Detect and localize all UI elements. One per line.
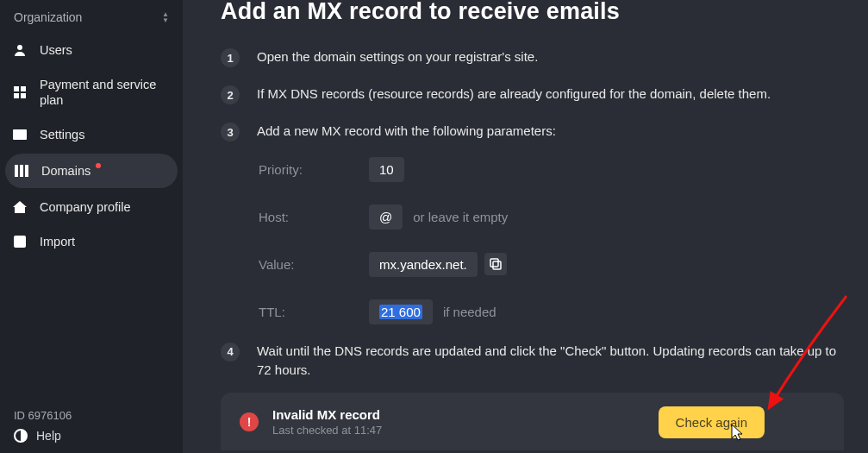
check-again-button[interactable]: Check again	[659, 406, 765, 438]
status-subtitle: Last checked at 11:47	[272, 424, 382, 437]
step-text: If MX DNS records (resource records) are…	[257, 85, 771, 104]
account-id: ID 6976106	[14, 409, 169, 422]
sidebar-item-label: Import	[40, 235, 75, 249]
param-label: Host:	[259, 210, 369, 224]
param-label: TTL:	[259, 305, 369, 319]
svg-rect-4	[21, 93, 26, 98]
sidebar-item-import[interactable]: Import	[0, 224, 183, 259]
step-text: Wait until the DNS records are updated a…	[257, 342, 843, 381]
step-text: Add a new MX record with the following p…	[257, 123, 556, 138]
step-text: Open the domain settings on your registr…	[257, 47, 538, 67]
svg-point-0	[17, 45, 22, 50]
sidebar-item-label: Users	[40, 43, 72, 57]
svg-rect-3	[14, 93, 19, 98]
step-2: 2 If MX DNS records (resource records) a…	[221, 85, 844, 104]
svg-rect-7	[20, 165, 23, 177]
status-texts: Invalid MX record Last checked at 11:47	[272, 407, 382, 437]
sidebar-item-company[interactable]: Company profile	[0, 190, 183, 224]
sidebar: Organization ▲▼ Users Payment and servic…	[0, 0, 183, 453]
step-number: 1	[221, 48, 240, 67]
svg-rect-5	[13, 129, 27, 140]
svg-rect-2	[21, 86, 26, 91]
alert-dot-icon	[96, 163, 101, 168]
steps-list: 1 Open the domain settings on your regis…	[221, 47, 844, 381]
chevron-sort-icon: ▲▼	[162, 12, 169, 23]
error-icon: !	[240, 412, 259, 431]
main-content: Add an MX record to receive emails 1 Ope…	[183, 0, 868, 453]
status-panel: ! Invalid MX record Last checked at 11:4…	[221, 393, 844, 450]
param-value: Value: mx.yandex.net.	[259, 252, 844, 277]
status-title: Invalid MX record	[272, 407, 382, 422]
sidebar-item-payment[interactable]: Payment and service plan	[0, 67, 183, 117]
sidebar-footer: ID 6976106 Help	[0, 409, 183, 453]
sidebar-nav: Users Payment and service plan Settings …	[0, 33, 183, 409]
sidebar-item-users[interactable]: Users	[0, 33, 183, 67]
param-value: @	[369, 204, 403, 230]
param-ttl: TTL: 21 600 if needed	[259, 299, 844, 324]
help-icon	[14, 429, 28, 443]
step-1: 1 Open the domain settings on your regis…	[221, 47, 844, 67]
svg-rect-1	[14, 86, 19, 91]
svg-rect-9	[14, 236, 26, 248]
param-label: Priority:	[259, 162, 369, 177]
sidebar-item-label: Domains	[41, 164, 91, 178]
step-number: 3	[221, 123, 240, 142]
step-number: 2	[221, 85, 240, 104]
svg-rect-6	[15, 165, 18, 177]
param-note: if needed	[443, 305, 496, 319]
svg-rect-11	[493, 261, 501, 269]
param-priority: Priority: 10	[259, 157, 844, 182]
svg-rect-12	[490, 259, 498, 267]
copy-icon[interactable]	[484, 253, 507, 275]
param-host: Host: @ or leave it empty	[259, 204, 844, 230]
organization-selector[interactable]: Organization ▲▼	[0, 3, 183, 33]
home-icon	[12, 199, 28, 215]
step-number: 4	[221, 343, 240, 362]
sidebar-item-label: Payment and service plan	[40, 77, 171, 108]
step-3: 3 Add a new MX record with the following…	[221, 122, 844, 337]
step-4: 4 Wait until the DNS records are updated…	[221, 342, 844, 381]
param-note: or leave it empty	[413, 210, 508, 224]
help-label: Help	[36, 429, 61, 443]
param-value: mx.yandex.net.	[369, 252, 478, 277]
user-icon	[12, 42, 28, 58]
param-label: Value:	[259, 257, 369, 272]
import-icon	[12, 234, 28, 249]
organization-label: Organization	[14, 10, 82, 24]
page-title: Add an MX record to receive emails	[221, 0, 844, 25]
sidebar-item-label: Settings	[40, 128, 84, 142]
sidebar-item-settings[interactable]: Settings	[0, 117, 183, 152]
sidebar-item-domains[interactable]: Domains	[5, 154, 178, 188]
mx-params: Priority: 10 Host: @ or leave it empty V…	[259, 157, 844, 324]
svg-rect-8	[25, 165, 28, 177]
param-value: 21 600	[369, 299, 433, 324]
mail-icon	[12, 127, 28, 142]
grid-icon	[12, 85, 28, 100]
param-value: 10	[369, 157, 404, 182]
domains-icon	[14, 163, 29, 179]
help-link[interactable]: Help	[14, 429, 169, 443]
sidebar-item-label: Company profile	[40, 200, 131, 214]
